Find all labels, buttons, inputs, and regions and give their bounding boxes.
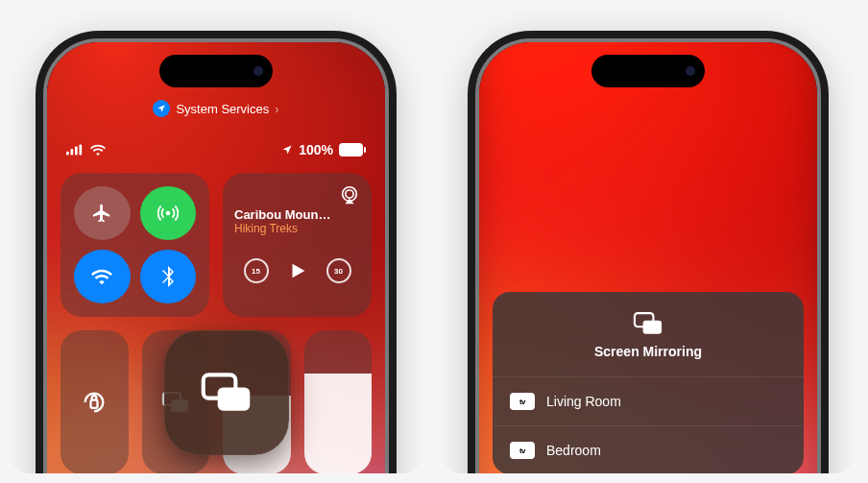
cellular-icon [66, 144, 84, 156]
svg-rect-9 [91, 400, 98, 408]
location-arrow-icon [281, 144, 293, 156]
skip-forward-30-button[interactable]: 30 [326, 258, 351, 283]
chevron-right-icon: › [275, 102, 278, 116]
device-name: Living Room [546, 394, 621, 409]
sheet-header: Screen Mirroring [493, 292, 804, 377]
iphone-frame-right: Screen Mirroring tv Living Room tv Bedro… [475, 38, 821, 473]
status-bar: 100% [60, 142, 372, 173]
screen-mirroring-sheet: Screen Mirroring tv Living Room tv Bedro… [493, 292, 804, 473]
media-title: Caribou Moun… [234, 207, 360, 222]
apple-tv-icon: tv [510, 393, 535, 410]
device-name: Bedroom [546, 443, 601, 458]
volume-slider[interactable] [304, 330, 373, 473]
svg-point-6 [165, 211, 170, 216]
svg-rect-14 [218, 387, 251, 410]
svg-rect-5 [364, 147, 366, 153]
screen-mirroring-icon [200, 371, 253, 415]
svg-point-8 [346, 190, 353, 198]
media-subtitle: Hiking Treks [234, 222, 360, 235]
mirroring-device-row[interactable]: tv Living Room [493, 377, 804, 426]
location-usage-banner[interactable]: System Services › [60, 100, 372, 117]
banner-label: System Services [176, 102, 269, 116]
battery-percentage: 100% [299, 142, 333, 157]
svg-rect-2 [75, 146, 78, 155]
orientation-lock-tile[interactable] [60, 330, 129, 473]
svg-rect-1 [71, 149, 74, 155]
airplane-mode-toggle[interactable] [74, 186, 131, 240]
iphone-frame-left: System Services › 100% [43, 38, 389, 473]
svg-rect-0 [66, 152, 69, 156]
dynamic-island [591, 55, 705, 87]
screen-mirroring-icon [632, 311, 664, 336]
wifi-icon [89, 144, 107, 156]
connectivity-card[interactable] [60, 173, 209, 317]
airplay-icon[interactable] [339, 184, 360, 205]
battery-icon [339, 143, 366, 157]
dynamic-island [159, 55, 273, 87]
svg-rect-16 [643, 321, 663, 334]
svg-rect-4 [339, 143, 363, 157]
mirroring-device-row[interactable]: tv Bedroom [493, 426, 804, 473]
skip-back-15-button[interactable]: 15 [244, 258, 269, 283]
media-card[interactable]: Caribou Moun… Hiking Treks 15 30 [223, 173, 372, 317]
highlight-screen-mirroring-zoom [164, 330, 289, 455]
apple-tv-icon: tv [510, 442, 535, 459]
svg-rect-3 [80, 145, 83, 156]
sheet-title: Screen Mirroring [493, 344, 804, 359]
location-arrow-icon [153, 100, 170, 117]
play-button[interactable] [287, 260, 308, 281]
left-panel: System Services › 100% [10, 10, 422, 473]
bluetooth-toggle[interactable] [140, 250, 197, 303]
cellular-data-toggle[interactable] [140, 186, 197, 240]
wifi-toggle[interactable] [74, 250, 131, 303]
right-panel: Screen Mirroring tv Living Room tv Bedro… [442, 10, 855, 473]
